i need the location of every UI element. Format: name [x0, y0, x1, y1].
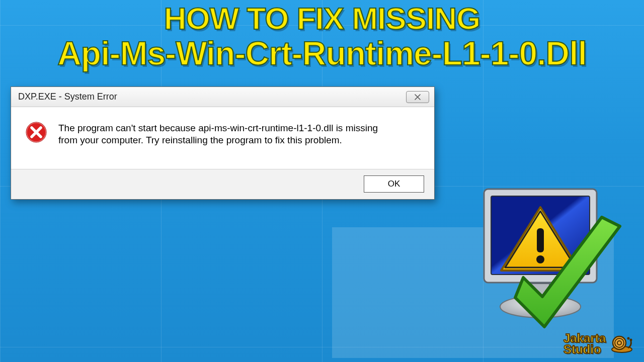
headline-line2: Api-Ms-Win-Crt-Runtime-L1-1-0.Dll [0, 36, 644, 71]
headline-line1: HOW TO FIX MISSING [0, 2, 644, 36]
svg-point-8 [536, 255, 544, 263]
monitor-warning-graphic [455, 177, 626, 348]
svg-point-11 [630, 339, 632, 341]
dialog-footer: OK [11, 169, 434, 199]
brand-name: Jakarta Studio [564, 333, 606, 354]
svg-point-12 [627, 337, 630, 340]
ok-button-label: OK [388, 179, 400, 189]
close-icon [414, 94, 421, 100]
brand-logo: Jakarta Studio [564, 333, 633, 355]
error-dialog: DXP.EXE - System Error The program can't… [11, 86, 435, 200]
dialog-titlebar[interactable]: DXP.EXE - System Error [11, 87, 434, 107]
error-icon [25, 121, 47, 145]
snail-icon [610, 333, 633, 355]
ok-button[interactable]: OK [364, 175, 424, 193]
headline: HOW TO FIX MISSING Api-Ms-Win-Crt-Runtim… [0, 2, 644, 71]
dialog-message: The program can't start because api-ms-w… [58, 121, 380, 147]
dialog-title: DXP.EXE - System Error [18, 92, 117, 102]
dialog-body: The program can't start because api-ms-w… [11, 107, 434, 152]
svg-rect-7 [537, 228, 544, 252]
close-button[interactable] [406, 91, 429, 103]
